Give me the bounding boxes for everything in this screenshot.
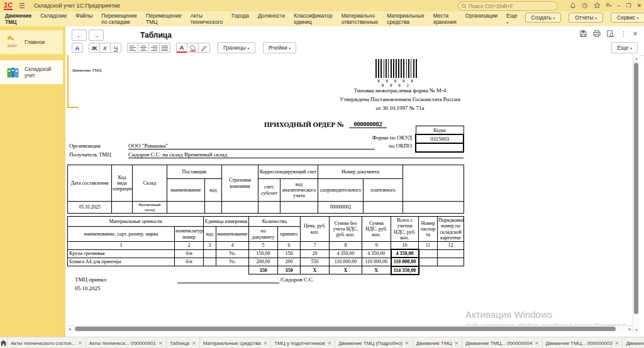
menu-item-more[interactable]: Еще ▾ — [506, 13, 517, 25]
close-panel-icon[interactable]: ✕ — [633, 31, 638, 37]
taskbar-tab[interactable]: Движение ТМЦ (Подробно)✕ — [335, 337, 413, 348]
taskbar-tab[interactable]: Движение ТМЦ... 000000004✕ — [462, 337, 543, 348]
restore-button[interactable]: ❐ — [626, 3, 631, 9]
t1-cell[interactable] — [364, 202, 403, 214]
t2-row-cell[interactable]: 110 000,00 — [330, 258, 362, 266]
t2-row-cell[interactable]: 110 000,00 — [362, 258, 391, 266]
italic-button[interactable]: К — [99, 43, 111, 53]
t1-cell[interactable] — [205, 202, 222, 214]
t2-row-cell[interactable]: Уп. — [216, 258, 249, 266]
menu-item-peremeshchenie-po-skladam[interactable]: Перемещение по складам — [101, 13, 137, 25]
menu-item-organizacii[interactable]: Организации — [465, 13, 497, 19]
menu-item-skladskie[interactable]: Складские — [40, 13, 67, 19]
borders-dropdown[interactable]: Границы ▾ — [218, 42, 255, 53]
t2-row-cell[interactable]: Крупа гречневая — [68, 249, 175, 258]
vertical-scrollbar[interactable]: ▴ ▾ — [633, 55, 640, 332]
menu-item-dvizhenie-tmc[interactable]: Движение ТМЦ — [5, 13, 31, 25]
home-tab[interactable] — [0, 337, 8, 348]
spreadsheet-document[interactable]: Движение ТМЦ 0 0 0 0 0 0 0 0 2 Типовая м… — [67, 55, 632, 332]
t1-cell[interactable] — [222, 202, 258, 214]
menu-item-goroda[interactable]: Города — [231, 13, 249, 19]
receiver-value[interactable]: Сидоров С.С. на склад Временный склад — [128, 151, 464, 158]
close-tab-icon[interactable]: ✕ — [192, 340, 196, 346]
t2-row-cell[interactable] — [204, 249, 216, 258]
bold-button[interactable]: Ж — [89, 43, 100, 53]
t2-row-cell[interactable]: б/н — [175, 249, 204, 258]
t2-row-cell[interactable]: 4 350,00 — [330, 249, 362, 258]
taskbar-tab[interactable]: ТМЦ у подотчетников✕ — [271, 337, 335, 348]
t2-row-cell[interactable]: Уп. — [216, 249, 249, 258]
t1-cell[interactable] — [258, 202, 280, 214]
underline-button[interactable]: Ч — [110, 43, 121, 53]
close-tab-icon[interactable]: ✕ — [264, 340, 268, 346]
okud-value[interactable]: 0315003 — [416, 134, 464, 143]
more-dots-icon[interactable]: ⋮ — [620, 30, 626, 37]
menu-item-faily[interactable]: Файлы — [75, 13, 92, 19]
close-tab-icon[interactable]: ✕ — [615, 340, 619, 346]
hamburger-icon[interactable]: ☰ — [19, 2, 25, 10]
taskbar-tab[interactable]: Акты техническ... 000000001✕ — [86, 337, 167, 348]
align-right-button[interactable] — [148, 43, 160, 53]
close-tab-icon[interactable]: ✕ — [78, 340, 82, 346]
scroll-left-arrow-icon[interactable]: ◂ — [69, 326, 71, 332]
t2-row-cell[interactable]: 150,00 — [249, 249, 278, 258]
t1-cell-accomp[interactable]: 000000002 — [318, 202, 364, 214]
close-tab-icon[interactable]: ✕ — [455, 340, 459, 346]
t2-row-cell[interactable] — [204, 258, 216, 266]
border-color-pencil-button[interactable] — [198, 43, 210, 53]
close-tab-icon[interactable]: ✕ — [405, 340, 409, 346]
t2-row-cell[interactable]: 550 — [301, 258, 330, 266]
print-icon[interactable] — [593, 30, 601, 37]
notifications-bell-icon[interactable] — [570, 3, 576, 9]
align-left-button[interactable] — [127, 43, 138, 53]
t2-row-cell[interactable]: 150 — [278, 249, 301, 258]
menu-item-mesta-hraneniya[interactable]: Места хранения — [433, 13, 457, 25]
t2-row-cell-total[interactable]: 110 000,00 — [391, 258, 419, 266]
t1-cell-warehouse[interactable]: Временный склад — [133, 202, 167, 214]
t2-row-cell[interactable]: Бумага А4 для принтера — [68, 258, 175, 266]
t1-cell-date[interactable]: 05.10.2025 — [68, 202, 112, 214]
main-menu-icon[interactable]: ≡▾ — [606, 1, 612, 10]
scroll-right-arrow-icon[interactable]: ▸ — [628, 326, 631, 332]
save-icon[interactable] — [580, 30, 587, 37]
t2-row-cell[interactable] — [438, 258, 464, 266]
menu-item-materialnye-sredstva[interactable]: Материальные средства — [387, 13, 424, 25]
taskbar-tab[interactable]: Таблица✕ — [167, 337, 200, 348]
fill-color-button[interactable] — [187, 43, 199, 53]
service-button[interactable]: Сервис ▾ — [611, 13, 644, 23]
t1-cell[interactable] — [403, 202, 464, 214]
font-button[interactable]: А — [72, 43, 83, 53]
print-preview-icon[interactable] — [607, 30, 614, 37]
sidebar-item-glavnoe[interactable]: Главное — [0, 30, 63, 54]
align-justify-button[interactable] — [159, 43, 170, 53]
favorites-star-icon[interactable] — [594, 2, 601, 9]
close-tab-icon[interactable]: ✕ — [535, 340, 539, 346]
create-button[interactable]: Создать ▾ — [525, 13, 562, 23]
t2-row-cell[interactable] — [419, 258, 438, 266]
organization-value[interactable]: ООО "Ромашка" — [128, 143, 375, 150]
taskbar-tab[interactable]: Материальные средства✕ — [200, 337, 271, 348]
global-search-input[interactable]: Поиск Ctrl+Shift+F — [458, 1, 558, 11]
t2-row-cell[interactable]: 200 — [278, 258, 301, 266]
close-tab-icon[interactable]: ✕ — [328, 340, 332, 346]
text-color-button[interactable]: А — [176, 43, 187, 53]
vertical-scroll-thumb[interactable] — [634, 63, 638, 314]
t2-row-cell[interactable] — [438, 249, 464, 258]
back-button[interactable]: ← — [72, 30, 87, 41]
close-tab-icon[interactable]: ✕ — [158, 340, 163, 346]
t1-cell[interactable] — [112, 202, 133, 214]
menu-item-dolzhnosti[interactable]: Должности — [258, 13, 285, 19]
minimize-button[interactable]: – — [617, 3, 620, 9]
t2-row-cell-total[interactable]: 4 350,00 — [391, 249, 419, 258]
taskbar-tab[interactable]: Движение ТМЦ 00000000...✕ — [623, 337, 644, 348]
t1-cell[interactable] — [280, 202, 318, 214]
history-icon[interactable] — [582, 3, 588, 9]
scroll-down-arrow-icon[interactable]: ▾ — [633, 327, 640, 332]
t2-row-cell[interactable]: 4 350,00 — [362, 249, 391, 258]
menu-item-peremeshchenie-tmc[interactable]: Перемещение ТМЦ — [146, 13, 182, 25]
forward-button[interactable]: → — [89, 30, 104, 41]
scroll-up-arrow-icon[interactable]: ▴ — [633, 56, 640, 60]
align-center-button[interactable] — [138, 43, 149, 53]
t2-row-cell[interactable]: 200,00 — [249, 258, 278, 266]
okpo-value[interactable] — [416, 143, 464, 152]
